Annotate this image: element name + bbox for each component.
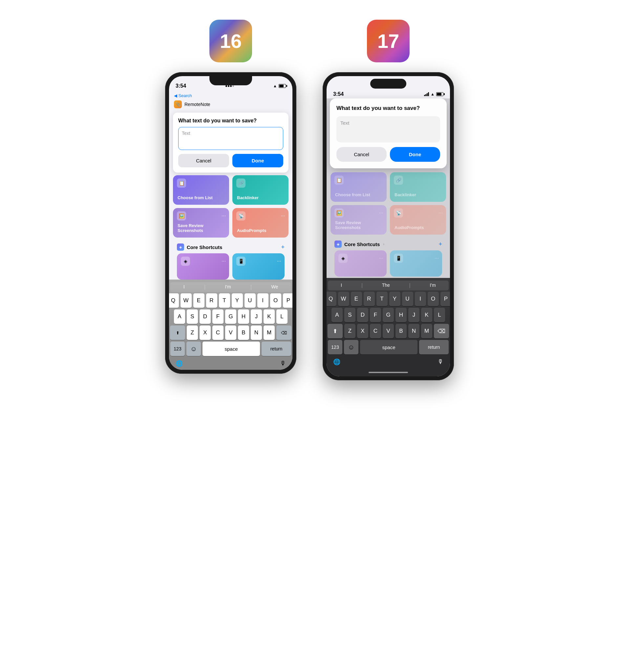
key-k[interactable]: K [264, 309, 275, 324]
key-e[interactable]: E [193, 293, 204, 308]
ios17-screenshots-more[interactable]: ··· [379, 210, 383, 216]
ios17-card-choose-list[interactable]: 📋 Choose from List [331, 172, 387, 202]
key-a[interactable]: A [174, 309, 185, 324]
ios16-back-nav[interactable]: ◀ Search [169, 92, 292, 99]
key-g[interactable]: G [225, 309, 236, 324]
key17-space[interactable]: space [360, 340, 417, 354]
key17-123[interactable]: 123 [328, 340, 342, 354]
key17-o[interactable]: O [428, 292, 439, 306]
ios16-suggestion-2[interactable]: I'm [225, 284, 231, 290]
ios17-core-card-1-more[interactable]: ··· [379, 255, 383, 261]
key-123[interactable]: 123 [170, 342, 185, 356]
ios17-mic-icon[interactable]: 🎙 [437, 358, 443, 366]
key17-y[interactable]: Y [389, 292, 400, 306]
key17-s[interactable]: S [344, 308, 355, 322]
ios17-card-screenshots[interactable]: 🖼️ ··· Save Review Screenshots [331, 205, 387, 235]
ios16-globe-icon[interactable]: 🌐 [176, 360, 183, 367]
key-i[interactable]: I [257, 293, 269, 308]
ios16-card-choose-list[interactable]: 📋 Choose from List [173, 175, 229, 205]
key17-k[interactable]: K [421, 308, 432, 322]
ios16-mic-icon[interactable]: 🎙 [280, 360, 286, 367]
ios17-core-plus[interactable]: + [438, 241, 442, 248]
key-z[interactable]: Z [187, 325, 198, 340]
key17-g[interactable]: G [383, 308, 394, 322]
key17-d[interactable]: D [357, 308, 368, 322]
key-n[interactable]: N [251, 325, 262, 340]
key17-t[interactable]: T [376, 292, 388, 306]
ios16-audio-more[interactable]: ··· [281, 213, 285, 219]
key-h[interactable]: H [238, 309, 249, 324]
ios17-suggestion-1[interactable]: I [341, 283, 342, 288]
ios16-core-card-1-more[interactable]: ··· [221, 258, 226, 264]
key-c[interactable]: C [212, 325, 223, 340]
ios16-dialog-input[interactable]: Text [178, 127, 283, 150]
ios17-globe-icon[interactable]: 🌐 [333, 358, 340, 366]
key17-b[interactable]: B [396, 324, 407, 338]
key17-m[interactable]: M [421, 324, 432, 338]
key-l[interactable]: L [276, 309, 287, 324]
ios17-dialog-input[interactable]: Text [336, 116, 440, 142]
key-b[interactable]: B [238, 325, 249, 340]
key17-u[interactable]: U [402, 292, 413, 306]
key17-h[interactable]: H [396, 308, 407, 322]
key17-q[interactable]: Q [327, 292, 336, 306]
key17-f[interactable]: F [370, 308, 381, 322]
ios17-card-audio[interactable]: 📡 ··· AudioPrompts [390, 205, 446, 235]
key-q[interactable]: Q [169, 293, 179, 308]
ios17-core-card-2-more[interactable]: ··· [434, 255, 439, 261]
ios16-core-card-1[interactable]: ◈ ··· [177, 253, 229, 280]
key17-z[interactable]: Z [344, 324, 355, 338]
key17-r[interactable]: R [364, 292, 375, 306]
ios16-core-plus[interactable]: + [281, 244, 285, 251]
ios16-done-button[interactable]: Done [232, 154, 283, 167]
ios16-core-card-2-more[interactable]: ··· [277, 258, 281, 264]
key17-l[interactable]: L [434, 308, 445, 322]
ios17-cancel-button[interactable]: Cancel [336, 147, 387, 162]
key-o[interactable]: O [270, 293, 281, 308]
key-emoji[interactable]: ☺ [187, 342, 201, 356]
ios16-cancel-button[interactable]: Cancel [178, 154, 229, 167]
key-return[interactable]: return [262, 342, 291, 356]
key-shift[interactable]: ⬆ [170, 325, 185, 340]
key17-delete[interactable]: ⌫ [434, 324, 449, 338]
ios17-done-button[interactable]: Done [390, 147, 440, 162]
key17-i[interactable]: I [415, 292, 426, 306]
key17-w[interactable]: W [338, 292, 349, 306]
key-t[interactable]: T [219, 293, 230, 308]
ios16-card-audio[interactable]: 📡 ··· AudioPrompts [232, 208, 288, 238]
key17-j[interactable]: J [408, 308, 419, 322]
key-j[interactable]: J [251, 309, 262, 324]
key17-x[interactable]: X [357, 324, 368, 338]
ios16-screenshots-more[interactable]: ··· [221, 213, 226, 219]
key-space[interactable]: space [203, 342, 260, 356]
key17-v[interactable]: V [383, 324, 394, 338]
ios17-core-card-1[interactable]: ◈ ··· [334, 250, 387, 277]
ios17-card-backlinker[interactable]: 🔗 Backlinker [390, 172, 446, 202]
ios16-card-backlinker[interactable]: 🔗 Backlinker [232, 175, 288, 205]
key-w[interactable]: W [181, 293, 192, 308]
key-s[interactable]: S [187, 309, 198, 324]
ios17-suggestion-2[interactable]: The [382, 283, 390, 288]
ios16-card-screenshots[interactable]: 🖼️ ··· Save Review Screenshots [173, 208, 229, 238]
key17-emoji[interactable]: ☺ [344, 340, 358, 354]
key17-a[interactable]: A [332, 308, 343, 322]
ios16-suggestion-3[interactable]: We [271, 284, 278, 290]
key-d[interactable]: D [200, 309, 211, 324]
key-u[interactable]: U [245, 293, 256, 308]
key-y[interactable]: Y [232, 293, 243, 308]
key17-c[interactable]: C [370, 324, 381, 338]
key17-return[interactable]: return [419, 340, 449, 354]
key-delete[interactable]: ⌫ [276, 325, 291, 340]
ios17-audio-more[interactable]: ··· [438, 210, 443, 216]
key17-n[interactable]: N [408, 324, 419, 338]
ios17-suggestion-3[interactable]: I'm [430, 283, 435, 288]
ios16-core-card-2[interactable]: 📱 ··· [232, 253, 285, 280]
key17-e[interactable]: E [351, 292, 362, 306]
key-m[interactable]: M [264, 325, 275, 340]
ios17-core-card-2[interactable]: 📱 ··· [390, 250, 442, 277]
key17-shift[interactable]: ⬆ [328, 324, 343, 338]
key-f[interactable]: F [212, 309, 223, 324]
key-v[interactable]: V [225, 325, 236, 340]
key17-p[interactable]: P [440, 292, 450, 306]
key-p[interactable]: P [283, 293, 293, 308]
